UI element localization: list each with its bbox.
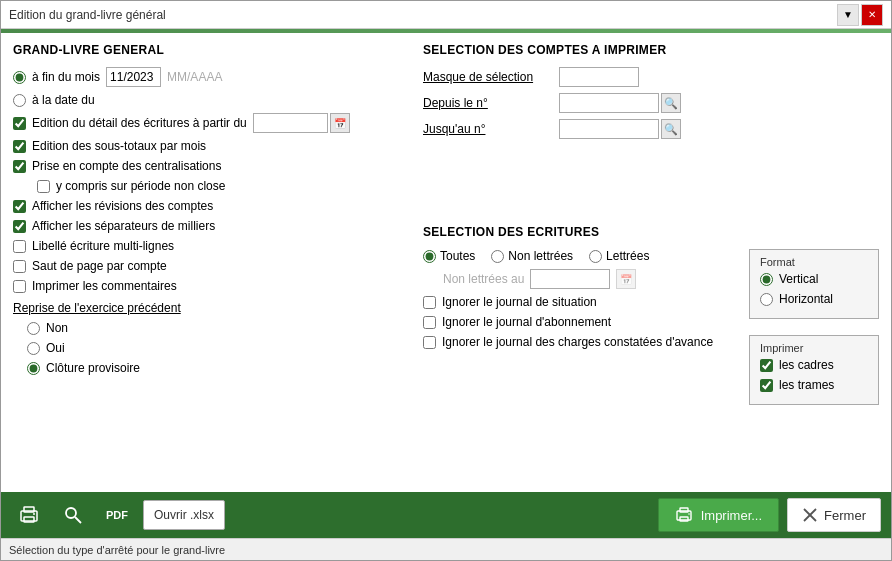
horizontal-label[interactable]: Horizontal [779, 292, 833, 306]
les-cadres-label[interactable]: les cadres [779, 358, 834, 372]
oui-radio[interactable] [27, 342, 40, 355]
print-icon-btn[interactable] [11, 498, 47, 532]
afficher-sep-checkbox[interactable] [13, 220, 26, 233]
calendar-icon[interactable]: 📅 [330, 113, 350, 133]
y-compris-label[interactable]: y compris sur période non close [56, 179, 225, 193]
a-la-date-radio[interactable] [13, 94, 26, 107]
ignorer-situation-label[interactable]: Ignorer le journal de situation [442, 295, 597, 309]
les-cadres-checkbox[interactable] [760, 359, 773, 372]
jusquau-search-icon[interactable]: 🔍 [661, 119, 681, 139]
svg-rect-1 [24, 507, 34, 512]
ignorer-abonnement-label[interactable]: Ignorer le journal d'abonnement [442, 315, 611, 329]
minimize-btn[interactable]: ▼ [837, 4, 859, 26]
prise-en-compte-label[interactable]: Prise en compte des centralisations [32, 159, 221, 173]
ignorer-charges-label[interactable]: Ignorer le journal des charges constatée… [442, 335, 713, 349]
saut-page-checkbox[interactable] [13, 260, 26, 273]
pdf-icon-btn[interactable]: PDF [99, 498, 135, 532]
main-window: Edition du grand-livre général ▼ ✕ GRAND… [0, 0, 892, 561]
non-label[interactable]: Non [46, 321, 68, 335]
non-radio[interactable] [27, 322, 40, 335]
ignorer-charges-checkbox[interactable] [423, 336, 436, 349]
edition-detail-input[interactable] [253, 113, 328, 133]
status-text: Sélection du type d'arrêté pour le grand… [9, 544, 225, 556]
y-compris-checkbox[interactable] [37, 180, 50, 193]
cloture-row: Clôture provisoire [27, 361, 403, 375]
vertical-label[interactable]: Vertical [779, 272, 818, 286]
title-bar-controls: ▼ ✕ [837, 4, 883, 26]
imprimer-comm-checkbox[interactable] [13, 280, 26, 293]
edition-sous-totaux-row: Edition des sous-totaux par mois [13, 139, 403, 153]
jusquau-label: Jusqu'au n° [423, 122, 553, 136]
non-lettrees-au-label: Non lettrées au [443, 272, 524, 286]
lettrees-radio[interactable] [589, 250, 602, 263]
svg-rect-2 [24, 517, 34, 522]
edition-detail-label[interactable]: Edition du détail des écritures à partir… [32, 116, 247, 130]
les-trames-label[interactable]: les trames [779, 378, 834, 392]
fin-mois-input[interactable] [106, 67, 161, 87]
non-lettrees-au-calendar-icon[interactable]: 📅 [616, 269, 636, 289]
afficher-separateurs-row: Afficher les séparateurs de milliers [13, 219, 403, 233]
main-content: GRAND-LIVRE GENERAL à fin du mois MM/AAA… [1, 33, 891, 492]
sous-totaux-checkbox[interactable] [13, 140, 26, 153]
fin-du-mois-label[interactable]: à fin du mois [32, 70, 100, 84]
afficher-sep-label[interactable]: Afficher les séparateurs de milliers [32, 219, 215, 233]
fin-du-mois-radio[interactable] [13, 71, 26, 84]
toutes-radio[interactable] [423, 250, 436, 263]
imprimer-comm-label[interactable]: Imprimer les commentaires [32, 279, 177, 293]
imprimer-btn[interactable]: Imprimer... [658, 498, 779, 532]
afficher-revisions-row: Afficher les révisions des comptes [13, 199, 403, 213]
afficher-revisions-checkbox[interactable] [13, 200, 26, 213]
vertical-radio[interactable] [760, 273, 773, 286]
non-lettrees-item: Non lettrées [491, 249, 573, 263]
format-title: Format [760, 256, 868, 268]
non-lettrees-au-input[interactable] [530, 269, 610, 289]
depuis-input[interactable] [559, 93, 659, 113]
svg-point-9 [688, 513, 690, 515]
toutes-item: Toutes [423, 249, 475, 263]
saut-page-label[interactable]: Saut de page par compte [32, 259, 167, 273]
horizontal-radio[interactable] [760, 293, 773, 306]
search-icon-btn[interactable] [55, 498, 91, 532]
selection-comptes-title: SELECTION DES COMPTES A IMPRIMER [423, 43, 879, 57]
cloture-label[interactable]: Clôture provisoire [46, 361, 140, 375]
non-lettrees-radio[interactable] [491, 250, 504, 263]
non-lettrees-label[interactable]: Non lettrées [508, 249, 573, 263]
sous-totaux-label[interactable]: Edition des sous-totaux par mois [32, 139, 206, 153]
edition-detail-checkbox[interactable] [13, 117, 26, 130]
les-trames-checkbox[interactable] [760, 379, 773, 392]
left-section-title: GRAND-LIVRE GENERAL [13, 43, 403, 57]
prise-en-compte-checkbox[interactable] [13, 160, 26, 173]
afficher-revisions-label[interactable]: Afficher les révisions des comptes [32, 199, 213, 213]
masque-input[interactable] [559, 67, 639, 87]
status-bar: Sélection du type d'arrêté pour le grand… [1, 538, 891, 560]
reprise-label: Reprise de l'exercice précédent [13, 301, 181, 315]
svg-rect-8 [680, 517, 688, 521]
fermer-label: Fermer [824, 508, 866, 523]
jusquau-input[interactable] [559, 119, 659, 139]
libelle-row: Libellé écriture multi-lignes [13, 239, 403, 253]
reprise-title-row: Reprise de l'exercice précédent [13, 301, 403, 315]
svg-rect-7 [680, 508, 688, 512]
ignorer-situation-checkbox[interactable] [423, 296, 436, 309]
masque-row: Masque de sélection [423, 67, 879, 87]
ignorer-abonnement-row: Ignorer le journal d'abonnement [423, 315, 739, 329]
ouvrir-xlsx-btn[interactable]: Ouvrir .xlsx [143, 500, 225, 530]
y-compris-row: y compris sur période non close [37, 179, 403, 193]
fin-du-mois-row: à fin du mois MM/AAAA [13, 67, 403, 87]
edition-detail-input-group: 📅 [253, 113, 350, 133]
a-la-date-label[interactable]: à la date du [32, 93, 95, 107]
fermer-btn[interactable]: Fermer [787, 498, 881, 532]
lettrees-label[interactable]: Lettrées [606, 249, 649, 263]
vertical-row: Vertical [760, 272, 868, 286]
horizontal-row: Horizontal [760, 292, 868, 306]
libelle-checkbox[interactable] [13, 240, 26, 253]
lettrees-item: Lettrées [589, 249, 649, 263]
ignorer-abonnement-checkbox[interactable] [423, 316, 436, 329]
oui-row: Oui [27, 341, 403, 355]
toutes-label[interactable]: Toutes [440, 249, 475, 263]
oui-label[interactable]: Oui [46, 341, 65, 355]
depuis-search-icon[interactable]: 🔍 [661, 93, 681, 113]
libelle-label[interactable]: Libellé écriture multi-lignes [32, 239, 174, 253]
cloture-radio[interactable] [27, 362, 40, 375]
close-btn-title[interactable]: ✕ [861, 4, 883, 26]
